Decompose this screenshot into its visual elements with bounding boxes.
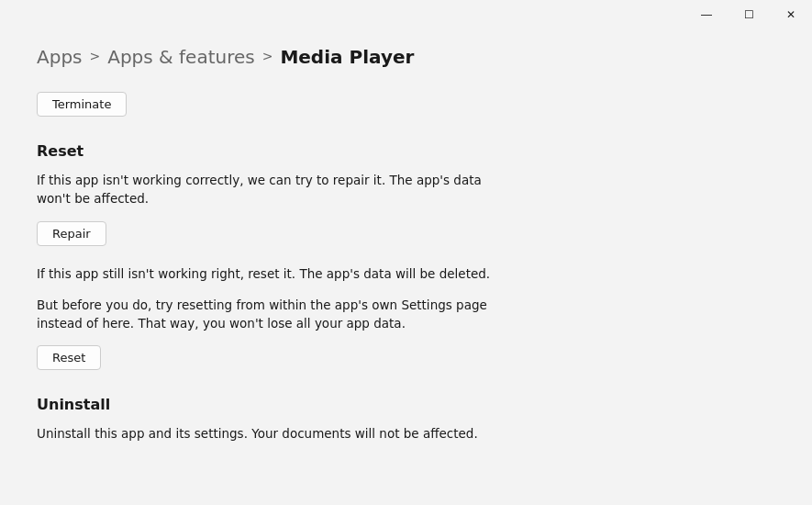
- breadcrumb-apps[interactable]: Apps: [37, 44, 83, 70]
- uninstall-section: Uninstall Uninstall this app and its set…: [37, 396, 775, 443]
- breadcrumb-apps-features[interactable]: Apps & features: [107, 44, 254, 70]
- uninstall-description: Uninstall this app and its settings. You…: [37, 424, 495, 443]
- reset-description-1: If this app still isn't working right, r…: [37, 264, 495, 283]
- title-bar: — ☐ ✕: [0, 0, 812, 29]
- breadcrumb: Apps > Apps & features > Media Player: [37, 44, 775, 70]
- close-button[interactable]: ✕: [770, 0, 812, 29]
- maximize-button[interactable]: ☐: [728, 0, 770, 29]
- breadcrumb-current: Media Player: [280, 44, 414, 70]
- reset-section: Reset If this app isn't working correctl…: [37, 142, 775, 370]
- uninstall-section-title: Uninstall: [37, 396, 775, 413]
- breadcrumb-separator-2: >: [259, 48, 277, 66]
- terminate-button[interactable]: Terminate: [37, 92, 127, 117]
- minimize-button[interactable]: —: [685, 0, 728, 29]
- reset-button[interactable]: Reset: [37, 345, 101, 370]
- breadcrumb-separator-1: >: [86, 48, 105, 66]
- reset-description-2: But before you do, try resetting from wi…: [37, 296, 495, 333]
- reset-section-title: Reset: [37, 142, 775, 160]
- repair-button[interactable]: Repair: [37, 221, 106, 246]
- main-content: Apps > Apps & features > Media Player Te…: [0, 29, 812, 488]
- repair-description: If this app isn't working correctly, we …: [37, 171, 495, 208]
